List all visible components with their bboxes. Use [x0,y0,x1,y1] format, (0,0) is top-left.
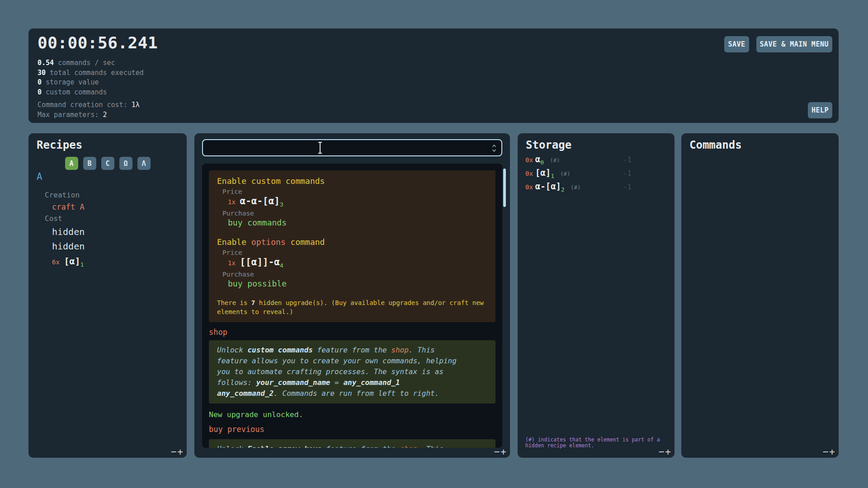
recipes-title: Recipes [37,139,82,151]
storage-row: 0xα0(#)-1 [525,154,667,168]
creation-label: Creation [37,189,85,201]
storage-panel: Storage 0xα0(#)-1 0x[α]1(#)-1 0xα-[α]2(#… [518,133,675,458]
help-button[interactable]: HELP [808,102,832,118]
save-main-menu-button[interactable]: SAVE & MAIN MENU [756,36,833,52]
command-creation-cost: Command creation cost: 1λ [38,100,140,110]
upgrade-price: 1x α-α-[α]3 [217,196,487,208]
panel-zoom-controls[interactable]: −+ [659,446,672,457]
tab-element-lambda[interactable]: Λ [137,157,151,170]
stat-storage-value: 0 storage value [38,78,144,88]
info-card: Unlock custom commands feature from the … [209,340,495,404]
cost-item-hidden: hidden [37,225,85,239]
hidden-upgrades-notice: There is 7 hidden upgrade(s). (Buy avail… [217,298,487,316]
purchase-label: Purchase [217,209,487,217]
recipe-element-name: A [37,171,42,182]
tab-element-c[interactable]: C [101,157,114,170]
stat-custom-commands: 0 custom commands [38,88,144,98]
craft-command[interactable]: craft A [37,201,85,213]
storage-row: 0xα-[α]2(#)-1 [525,181,667,195]
purchase-label: Purchase [217,270,487,278]
commands-panel: Commands −+ [681,133,839,458]
zoom-in-button[interactable]: + [665,446,672,457]
costs-block: Command creation cost: 1λ Max parameters… [38,100,140,120]
price-label: Price [217,188,487,196]
recipes-panel: Recipes A B C Ω Λ A Creation craft A Cos… [28,133,187,458]
tab-element-omega[interactable]: Ω [119,157,132,170]
upgrade-title: Enable custom commands [217,176,487,186]
recipe-details: Creation craft A Cost hidden hidden 6x [… [37,189,85,270]
buy-commands-link[interactable]: buy commands [217,217,487,228]
price-label: Price [217,249,487,257]
cost-item-hidden: hidden [37,239,85,253]
storage-row: 0x[α]1(#)-1 [525,168,667,181]
zoom-out-button[interactable]: − [494,446,501,457]
tab-element-b[interactable]: B [83,157,96,170]
session-timer: 00:00:56.241 [38,33,158,52]
hidden-recipe-footnote: (#) indicates that the element is part o… [525,437,660,449]
upgrade-price: 1x [[α]]-α4 [217,257,487,269]
command-input[interactable] [202,139,502,156]
tab-element-a[interactable]: A [65,157,78,170]
new-upgrade-message: New upgrade unlocked. [209,410,495,419]
stat-commands-per-sec: 0.54 commands / sec [38,58,144,68]
cost-item: 6x [α]1 [37,253,85,270]
upgrade-title: Enable options command [217,237,487,247]
text-cursor-icon [320,143,321,153]
zoom-in-button[interactable]: + [829,446,836,457]
recipes-tabs: A B C Ω Λ [28,157,187,170]
combobox-spinner-icon[interactable] [491,144,497,153]
zoom-in-button[interactable]: + [177,446,184,457]
shop-link[interactable]: shop [209,328,495,337]
shop-panel: Enable custom commands Price 1x α-α-[α]3… [194,133,510,458]
stat-total-commands: 30 total commands executed [38,68,144,78]
max-parameters: Max parameters: 2 [38,110,140,120]
zoom-out-button[interactable]: − [823,446,830,457]
buy-previous-link[interactable]: buy previous [209,425,495,434]
panel-zoom-controls[interactable]: −+ [494,446,507,457]
storage-list: 0xα0(#)-1 0x[α]1(#)-1 0xα-[α]2(#)-1 [525,154,667,195]
stats-block: 0.54 commands / sec 30 total commands ex… [38,58,144,97]
commands-title: Commands [689,139,742,151]
header-panel: 00:00:56.241 0.54 commands / sec 30 tota… [28,28,839,123]
save-button[interactable]: SAVE [724,36,749,52]
storage-title: Storage [526,139,571,151]
panel-zoom-controls[interactable]: −+ [171,446,184,457]
panel-zoom-controls[interactable]: −+ [823,446,836,457]
shop-log-scrollarea[interactable]: Enable custom commands Price 1x α-α-[α]3… [202,164,502,448]
zoom-out-button[interactable]: − [171,446,178,457]
cost-label: Cost [37,213,85,225]
buy-possible-link[interactable]: buy possible [217,278,487,289]
zoom-in-button[interactable]: + [500,446,507,457]
upgrades-card: Enable custom commands Price 1x α-α-[α]3… [209,170,495,322]
info-card-partial: Unlock Enable arrow keys feature from th… [209,439,495,448]
zoom-out-button[interactable]: − [659,446,665,457]
scrollbar-thumb[interactable] [503,169,506,207]
